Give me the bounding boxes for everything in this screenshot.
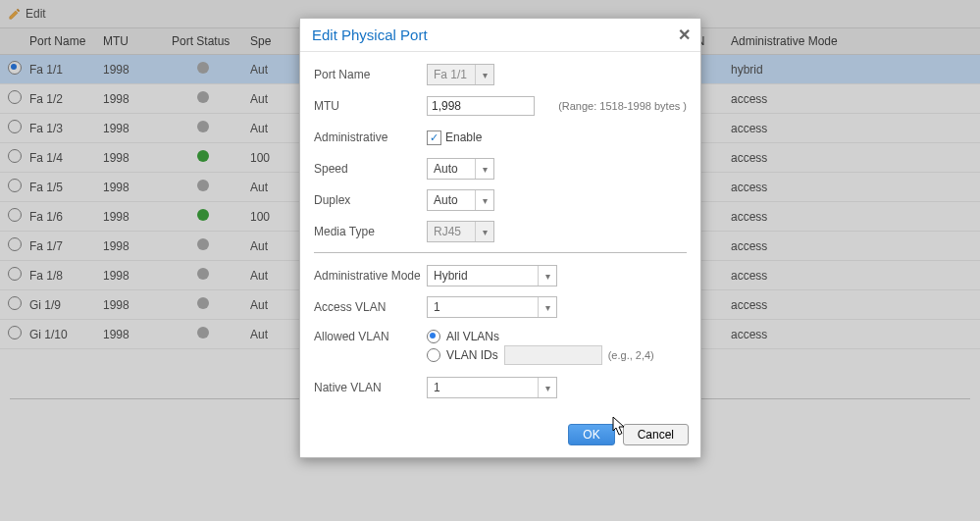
close-icon[interactable]: ✕ <box>678 27 691 43</box>
chevron-down-icon[interactable]: ▾ <box>538 266 556 286</box>
dialog-title: Edit Physical Port <box>312 26 428 43</box>
dialog-titlebar: Edit Physical Port ✕ <box>300 19 700 52</box>
label-access-vlan: Access VLAN <box>314 300 427 314</box>
chevron-down-icon[interactable]: ▾ <box>475 190 493 210</box>
chevron-down-icon[interactable]: ▾ <box>475 159 493 179</box>
allowed-vlan-ids-option[interactable]: VLAN IDs (e.g., 2,4) <box>427 345 654 365</box>
label-duplex: Duplex <box>314 193 427 207</box>
chevron-down-icon: ▾ <box>475 65 493 84</box>
port-name-select: Fa 1/1 ▾ <box>427 64 494 85</box>
mtu-hint: (Range: 1518-1998 bytes ) <box>558 100 687 112</box>
duplex-select[interactable]: Auto ▾ <box>427 189 494 211</box>
speed-select[interactable]: Auto ▾ <box>427 158 494 180</box>
ok-button[interactable]: OK <box>568 424 614 445</box>
mtu-input[interactable] <box>427 96 535 116</box>
edit-port-dialog: Edit Physical Port ✕ Port Name Fa 1/1 ▾ … <box>299 18 701 458</box>
label-media-type: Media Type <box>314 225 427 238</box>
administrative-enable-checkbox[interactable]: ✓ Enable <box>427 130 482 145</box>
dialog-divider <box>314 252 687 253</box>
all-vlans-label: All VLANs <box>446 330 499 343</box>
label-allowed-vlan: Allowed VLAN <box>314 328 427 343</box>
access-vlan-select[interactable]: 1 ▾ <box>427 296 557 318</box>
admin-mode-select[interactable]: Hybrid ▾ <box>427 265 557 287</box>
label-mtu: MTU <box>314 99 427 113</box>
label-speed: Speed <box>314 162 427 176</box>
radio-icon <box>427 330 440 343</box>
label-native-vlan: Native VLAN <box>314 381 427 394</box>
chevron-down-icon: ▾ <box>475 222 493 241</box>
cancel-button[interactable]: Cancel <box>623 424 689 445</box>
enable-label: Enable <box>445 130 482 144</box>
label-admin-mode: Administrative Mode <box>314 269 427 283</box>
allowed-vlan-all-option[interactable]: All VLANs <box>427 330 654 343</box>
check-icon: ✓ <box>427 130 441 145</box>
radio-icon <box>427 348 440 362</box>
allowed-vlan-radiogroup: All VLANs VLAN IDs (e.g., 2,4) <box>427 328 654 367</box>
native-vlan-select[interactable]: 1 ▾ <box>427 377 557 398</box>
media-type-select: RJ45 ▾ <box>427 221 494 242</box>
vlan-ids-hint: (e.g., 2,4) <box>608 349 654 361</box>
vlan-ids-label: VLAN IDs <box>446 348 498 362</box>
label-port-name: Port Name <box>314 68 427 81</box>
chevron-down-icon[interactable]: ▾ <box>538 378 556 397</box>
vlan-ids-input <box>504 345 602 365</box>
chevron-down-icon[interactable]: ▾ <box>538 297 556 317</box>
label-administrative: Administrative <box>314 130 427 144</box>
